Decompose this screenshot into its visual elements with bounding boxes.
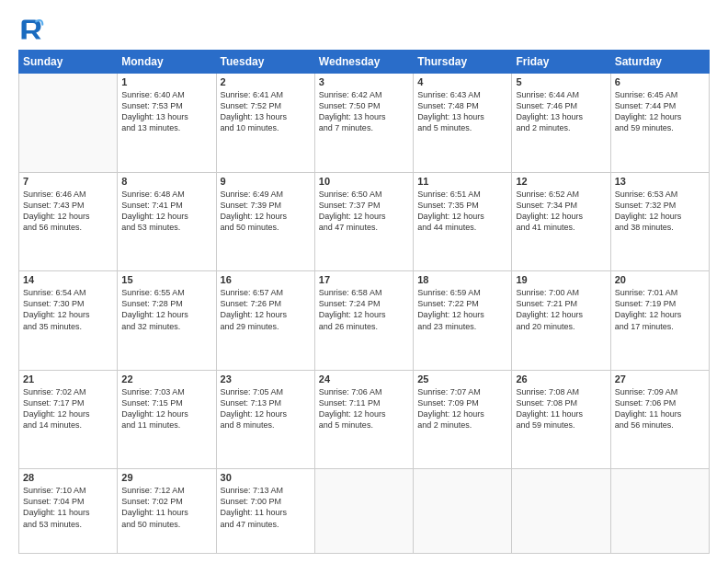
cell-sun-info: Sunrise: 6:53 AM Sunset: 7:32 PM Dayligh… <box>615 189 705 234</box>
calendar-cell <box>19 74 118 173</box>
cell-sun-info: Sunrise: 6:41 AM Sunset: 7:52 PM Dayligh… <box>221 89 311 134</box>
calendar-cell: 10Sunrise: 6:50 AM Sunset: 7:37 PM Dayli… <box>314 172 413 271</box>
weekday-header: Thursday <box>414 51 512 74</box>
cell-sun-info: Sunrise: 7:02 AM Sunset: 7:17 PM Dayligh… <box>23 386 113 431</box>
cell-sun-info: Sunrise: 7:03 AM Sunset: 7:15 PM Dayligh… <box>121 386 211 431</box>
calendar-week-row: 21Sunrise: 7:02 AM Sunset: 7:17 PM Dayli… <box>19 370 710 469</box>
calendar-cell: 12Sunrise: 6:52 AM Sunset: 7:34 PM Dayli… <box>512 172 610 271</box>
calendar-cell <box>610 469 709 554</box>
calendar-cell: 18Sunrise: 6:59 AM Sunset: 7:22 PM Dayli… <box>414 271 512 371</box>
calendar-cell: 15Sunrise: 6:55 AM Sunset: 7:28 PM Dayli… <box>118 271 216 371</box>
cell-sun-info: Sunrise: 7:10 AM Sunset: 7:04 PM Dayligh… <box>23 485 113 530</box>
calendar-cell: 23Sunrise: 7:05 AM Sunset: 7:13 PM Dayli… <box>216 370 314 469</box>
logo-icon <box>18 17 44 42</box>
calendar-cell: 8Sunrise: 6:48 AM Sunset: 7:41 PM Daylig… <box>118 172 216 271</box>
calendar-cell: 27Sunrise: 7:09 AM Sunset: 7:06 PM Dayli… <box>610 370 709 469</box>
calendar-cell: 17Sunrise: 6:58 AM Sunset: 7:24 PM Dayli… <box>314 271 413 371</box>
weekday-header-row: SundayMondayTuesdayWednesdayThursdayFrid… <box>19 51 710 74</box>
cell-sun-info: Sunrise: 6:54 AM Sunset: 7:30 PM Dayligh… <box>23 287 113 332</box>
calendar-cell: 14Sunrise: 6:54 AM Sunset: 7:30 PM Dayli… <box>19 271 118 371</box>
header <box>18 17 710 42</box>
cell-sun-info: Sunrise: 7:07 AM Sunset: 7:09 PM Dayligh… <box>417 386 507 431</box>
day-number: 19 <box>516 274 606 285</box>
cell-sun-info: Sunrise: 6:59 AM Sunset: 7:22 PM Dayligh… <box>417 287 507 332</box>
calendar-week-row: 14Sunrise: 6:54 AM Sunset: 7:30 PM Dayli… <box>19 271 710 371</box>
calendar-cell: 4Sunrise: 6:43 AM Sunset: 7:48 PM Daylig… <box>414 74 512 173</box>
calendar-week-row: 7Sunrise: 6:46 AM Sunset: 7:43 PM Daylig… <box>19 172 710 271</box>
calendar-cell: 1Sunrise: 6:40 AM Sunset: 7:53 PM Daylig… <box>118 74 216 173</box>
page: SundayMondayTuesdayWednesdayThursdayFrid… <box>0 0 728 563</box>
day-number: 23 <box>221 373 311 385</box>
day-number: 10 <box>319 176 409 187</box>
cell-sun-info: Sunrise: 6:48 AM Sunset: 7:41 PM Dayligh… <box>121 189 211 234</box>
cell-sun-info: Sunrise: 7:00 AM Sunset: 7:21 PM Dayligh… <box>516 287 606 332</box>
calendar-cell: 26Sunrise: 7:08 AM Sunset: 7:08 PM Dayli… <box>512 370 610 469</box>
day-number: 29 <box>121 472 211 483</box>
calendar-cell: 13Sunrise: 6:53 AM Sunset: 7:32 PM Dayli… <box>610 172 709 271</box>
day-number: 12 <box>516 176 606 187</box>
day-number: 6 <box>615 76 705 87</box>
cell-sun-info: Sunrise: 6:50 AM Sunset: 7:37 PM Dayligh… <box>319 189 409 234</box>
calendar-cell <box>314 469 413 554</box>
cell-sun-info: Sunrise: 6:42 AM Sunset: 7:50 PM Dayligh… <box>319 89 409 134</box>
day-number: 17 <box>319 274 409 285</box>
day-number: 7 <box>23 176 113 187</box>
calendar-cell: 24Sunrise: 7:06 AM Sunset: 7:11 PM Dayli… <box>314 370 413 469</box>
cell-sun-info: Sunrise: 6:45 AM Sunset: 7:44 PM Dayligh… <box>615 89 705 134</box>
day-number: 20 <box>615 274 705 285</box>
day-number: 24 <box>319 373 409 385</box>
calendar-cell: 29Sunrise: 7:12 AM Sunset: 7:02 PM Dayli… <box>118 469 216 554</box>
day-number: 1 <box>121 76 211 87</box>
calendar-cell <box>414 469 512 554</box>
cell-sun-info: Sunrise: 7:01 AM Sunset: 7:19 PM Dayligh… <box>615 287 705 332</box>
calendar-week-row: 28Sunrise: 7:10 AM Sunset: 7:04 PM Dayli… <box>19 469 710 554</box>
calendar-cell: 21Sunrise: 7:02 AM Sunset: 7:17 PM Dayli… <box>19 370 118 469</box>
calendar-table: SundayMondayTuesdayWednesdayThursdayFrid… <box>18 50 710 554</box>
day-number: 30 <box>221 472 311 483</box>
day-number: 21 <box>23 373 113 385</box>
cell-sun-info: Sunrise: 7:08 AM Sunset: 7:08 PM Dayligh… <box>516 386 606 431</box>
calendar-cell: 7Sunrise: 6:46 AM Sunset: 7:43 PM Daylig… <box>19 172 118 271</box>
calendar-cell: 25Sunrise: 7:07 AM Sunset: 7:09 PM Dayli… <box>414 370 512 469</box>
cell-sun-info: Sunrise: 7:06 AM Sunset: 7:11 PM Dayligh… <box>319 386 409 431</box>
day-number: 9 <box>221 176 311 187</box>
day-number: 27 <box>615 373 705 385</box>
cell-sun-info: Sunrise: 7:13 AM Sunset: 7:00 PM Dayligh… <box>221 485 311 530</box>
day-number: 26 <box>516 373 606 385</box>
calendar-cell <box>512 469 610 554</box>
calendar-cell: 2Sunrise: 6:41 AM Sunset: 7:52 PM Daylig… <box>216 74 314 173</box>
logo <box>18 17 48 42</box>
day-number: 5 <box>516 76 606 87</box>
cell-sun-info: Sunrise: 6:49 AM Sunset: 7:39 PM Dayligh… <box>221 189 311 234</box>
calendar-cell: 16Sunrise: 6:57 AM Sunset: 7:26 PM Dayli… <box>216 271 314 371</box>
calendar-cell: 5Sunrise: 6:44 AM Sunset: 7:46 PM Daylig… <box>512 74 610 173</box>
cell-sun-info: Sunrise: 6:57 AM Sunset: 7:26 PM Dayligh… <box>221 287 311 332</box>
cell-sun-info: Sunrise: 6:52 AM Sunset: 7:34 PM Dayligh… <box>516 189 606 234</box>
cell-sun-info: Sunrise: 7:05 AM Sunset: 7:13 PM Dayligh… <box>221 386 311 431</box>
cell-sun-info: Sunrise: 6:40 AM Sunset: 7:53 PM Dayligh… <box>121 89 211 134</box>
weekday-header: Monday <box>118 51 216 74</box>
day-number: 4 <box>417 76 507 87</box>
day-number: 11 <box>417 176 507 187</box>
weekday-header: Saturday <box>610 51 709 74</box>
day-number: 3 <box>319 76 409 87</box>
day-number: 2 <box>221 76 311 87</box>
day-number: 25 <box>417 373 507 385</box>
weekday-header: Tuesday <box>216 51 314 74</box>
day-number: 18 <box>417 274 507 285</box>
cell-sun-info: Sunrise: 6:43 AM Sunset: 7:48 PM Dayligh… <box>417 89 507 134</box>
day-number: 13 <box>615 176 705 187</box>
weekday-header: Sunday <box>19 51 118 74</box>
cell-sun-info: Sunrise: 6:44 AM Sunset: 7:46 PM Dayligh… <box>516 89 606 134</box>
day-number: 28 <box>23 472 113 483</box>
day-number: 14 <box>23 274 113 285</box>
calendar-cell: 9Sunrise: 6:49 AM Sunset: 7:39 PM Daylig… <box>216 172 314 271</box>
weekday-header: Wednesday <box>314 51 413 74</box>
calendar-cell: 3Sunrise: 6:42 AM Sunset: 7:50 PM Daylig… <box>314 74 413 173</box>
cell-sun-info: Sunrise: 6:58 AM Sunset: 7:24 PM Dayligh… <box>319 287 409 332</box>
calendar-cell: 11Sunrise: 6:51 AM Sunset: 7:35 PM Dayli… <box>414 172 512 271</box>
cell-sun-info: Sunrise: 6:51 AM Sunset: 7:35 PM Dayligh… <box>417 189 507 234</box>
cell-sun-info: Sunrise: 7:12 AM Sunset: 7:02 PM Dayligh… <box>121 485 211 530</box>
calendar-cell: 6Sunrise: 6:45 AM Sunset: 7:44 PM Daylig… <box>610 74 709 173</box>
day-number: 22 <box>121 373 211 385</box>
